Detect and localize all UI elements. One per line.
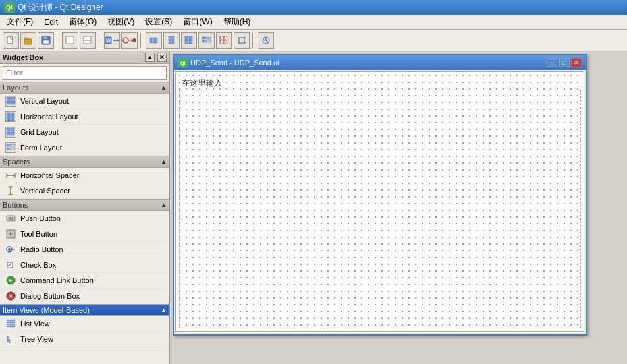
tree-view-label: Tree View [20,335,53,343]
menu-form[interactable]: 窗体(O) [63,15,102,29]
app-icon: Qt [4,2,15,13]
category-layouts[interactable]: Layouts ▲ [0,82,169,94]
push-button-label: Push Button [20,214,61,222]
app-title: Qt 设计师 - Qt Designer [18,2,103,13]
svg-rect-17 [150,38,152,43]
widget-box: Widget Box ▲ ✕ Layouts ▲ [0,51,170,364]
widget-box-close-btn[interactable]: ✕ [157,53,167,62]
toolbar-widget-edit[interactable]: W [104,32,120,49]
tree-view-icon [5,334,16,344]
inner-window-title: UDP_Send - UDP_Send.ui [190,59,547,67]
widget-box-undock-btn[interactable]: ▲ [145,53,155,62]
push-button-icon: OK [5,213,16,224]
widget-dialog-button-box[interactable]: ✕ Dialog Button Box [0,289,169,304]
svg-rect-2 [24,38,28,40]
inner-minimize-btn[interactable]: — [547,58,557,67]
grid-layout-label: Grid Layout [20,128,59,136]
svg-rect-50 [11,128,14,131]
category-spacers[interactable]: Spacers ▲ [0,156,169,168]
svg-rect-48 [12,113,14,121]
grid-layout-icon [5,127,16,138]
widget-tree-view[interactable]: Tree View [0,332,169,347]
toolbar-signal-slot[interactable] [121,32,138,49]
category-buttons[interactable]: Buttons ▲ [0,199,169,211]
category-buttons-label: Buttons [3,201,28,209]
toolbar-btn5[interactable] [80,32,96,49]
list-view-icon [5,318,16,329]
widget-horizontal-layout[interactable]: Horizontal Layout [0,109,169,125]
toolbar-layout-form[interactable] [198,32,215,49]
toolbar-layout-h[interactable] [146,32,162,49]
svg-rect-26 [189,40,192,44]
toolbar-layout-v[interactable] [163,32,180,49]
widget-v-spacer[interactable]: Vertical Spacer [0,183,169,199]
category-item-views-arrow: ▲ [161,307,167,313]
menu-help[interactable]: 帮助(H) [218,15,256,29]
svg-text:✕: ✕ [9,293,13,299]
menu-view[interactable]: 视图(V) [102,15,140,29]
canvas-resize-handle[interactable]: ⋯ [574,322,582,330]
canvas-area[interactable]: 在这里输入 ⋯ [175,71,584,332]
check-box-icon: ✓ [5,260,16,270]
app-title-bar: Qt Qt 设计师 - Qt Designer [0,0,627,15]
svg-rect-22 [169,42,174,44]
widget-grid-layout[interactable]: Grid Layout [0,125,169,140]
toolbar-adjust-size[interactable] [234,32,250,49]
category-spacers-label: Spacers [3,158,30,166]
inner-window-icon: Qt [178,58,188,67]
svg-rect-29 [202,40,205,42]
widget-command-link[interactable]: Command Link Button [0,273,169,289]
svg-rect-82 [7,322,15,323]
toolbar-break-layout[interactable] [216,32,232,49]
svg-text:OK: OK [8,216,13,220]
widget-form-layout[interactable]: Form Layout [0,140,169,156]
dialog-button-box-icon: ✕ [5,291,16,301]
dialog-button-box-label: Dialog Button Box [20,292,80,300]
widget-box-filter[interactable] [3,66,167,80]
menu-settings[interactable]: 设置(S) [140,15,178,29]
svg-rect-35 [239,38,244,43]
widget-tool-button[interactable]: Tool Button [0,226,169,242]
toolbar: W [0,30,627,51]
widget-radio-button[interactable]: Radio Button [0,242,169,257]
toolbar-open[interactable] [20,32,36,49]
svg-rect-19 [155,38,157,43]
inner-maximize-btn[interactable]: □ [559,58,570,67]
inner-title-bar: Qt UDP_Send - UDP_Send.ui — □ ✕ [174,55,586,70]
list-view-label: List View [20,320,50,328]
widget-vertical-layout[interactable]: Vertical Layout [0,94,169,109]
menu-window[interactable]: 窗口(W) [178,15,217,29]
widget-push-button[interactable]: OK Push Button [0,211,169,226]
widget-h-spacer[interactable]: Horizontal Spacer [0,168,169,183]
svg-point-13 [123,38,128,43]
toolbar-btn4[interactable] [62,32,78,49]
toolbar-preview[interactable] [258,32,274,49]
svg-rect-23 [185,36,188,40]
v-spacer-label: Vertical Spacer [20,187,70,195]
horizontal-layout-label: Horizontal Layout [20,113,78,121]
widget-list-view[interactable]: List View [0,316,169,332]
toolbar-sep-2 [99,33,101,48]
canvas-dots [176,72,584,331]
toolbar-layout-grid[interactable] [181,32,197,49]
tool-button-icon [5,229,16,239]
svg-rect-30 [206,40,211,42]
svg-rect-32 [224,36,227,40]
toolbar-sep-1 [57,33,59,48]
svg-rect-47 [9,113,11,121]
check-box-label: Check Box [20,261,56,269]
svg-rect-24 [189,36,192,40]
toolbar-new[interactable] [3,32,19,49]
menu-edit[interactable]: Edit [38,16,63,28]
svg-rect-25 [185,40,188,44]
menu-file[interactable]: 文件(F) [1,15,38,29]
widget-check-box[interactable]: ✓ Check Box [0,257,169,273]
vertical-layout-icon [5,96,16,107]
inner-close-btn[interactable]: ✕ [571,58,582,67]
svg-rect-5 [43,40,49,44]
category-item-views[interactable]: Item Views (Model-Based) ▲ [0,304,169,316]
svg-text:✓: ✓ [7,262,13,268]
toolbar-save[interactable] [38,32,54,49]
svg-text:W: W [106,38,111,43]
form-layout-icon [5,142,16,153]
